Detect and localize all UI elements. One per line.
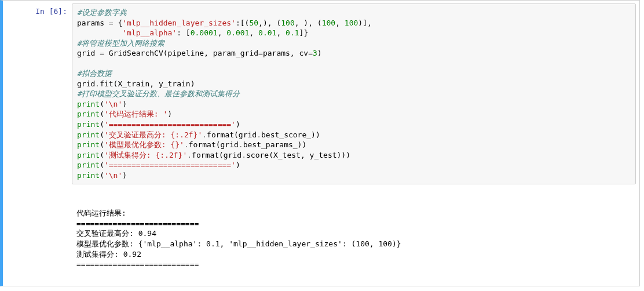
output-line: 测试集得分: 0.92	[76, 250, 141, 259]
code-token: ,	[249, 28, 258, 37]
code-token: ,	[335, 19, 345, 27]
code-token: ,	[276, 28, 286, 37]
code-token: :[(	[236, 19, 249, 27]
code-token: .	[239, 140, 243, 149]
code-token: =	[308, 49, 313, 57]
code-token: params	[77, 19, 109, 27]
code-builtin: print	[77, 110, 100, 118]
code-token: best_score_))	[261, 130, 320, 139]
code-comment: #设定参数字典	[77, 8, 127, 17]
code-token	[77, 28, 122, 37]
code-number: 3	[313, 49, 317, 57]
code-builtin: print	[77, 171, 100, 180]
code-builtin: print	[77, 140, 100, 149]
code-string: '==========================='	[104, 161, 236, 169]
code-string: 'mlp__hidden_layer_sizes'	[122, 19, 236, 27]
code-string: '\n'	[104, 171, 122, 180]
code-token: ]}	[299, 28, 309, 37]
code-token: )	[317, 49, 322, 57]
code-string: 'mlp__alpha'	[122, 28, 177, 37]
code-token: )	[122, 171, 127, 180]
code-number: 50	[249, 19, 258, 27]
code-token: (	[100, 140, 104, 149]
code-string: '交叉验证最高分: {:.2f}'	[104, 130, 202, 139]
code-comment: #将管道模型加入网络搜索	[77, 39, 164, 48]
code-token: .	[187, 151, 192, 159]
notebook-cell: In [6]: #设定参数字典 params = {'mlp__hidden_l…	[0, 0, 640, 286]
code-token: =	[109, 19, 114, 27]
code-token: format(grid	[189, 140, 239, 149]
code-token: score(X_test, y_test)))	[246, 151, 350, 159]
code-builtin: print	[77, 100, 100, 108]
code-token: (	[100, 171, 104, 180]
code-string: '==========================='	[104, 120, 236, 129]
code-string: '测试集得分: {:.2f}'	[104, 151, 187, 159]
code-token: )	[167, 110, 172, 118]
code-token: format(grid	[192, 151, 241, 159]
code-token: GridSearchCV(pipeline, param_grid	[104, 49, 258, 57]
code-token: =	[258, 49, 263, 57]
code-editor[interactable]: #设定参数字典 params = {'mlp__hidden_layer_siz…	[72, 3, 636, 184]
code-token: )	[236, 120, 240, 129]
code-string: '模型最优化参数: {}'	[104, 140, 184, 149]
output-line: ===========================	[76, 260, 199, 268]
code-token: (	[100, 130, 104, 139]
output-line: ===========================	[76, 219, 199, 228]
code-string: '代码运行结果: '	[104, 110, 167, 118]
code-number: 0.01	[258, 28, 276, 37]
code-token: {	[114, 19, 123, 27]
code-token: )	[122, 100, 127, 108]
output-prompt	[6, 188, 72, 191]
code-number: 100	[322, 19, 335, 27]
code-token: fit(X_train, y_train)	[100, 79, 195, 88]
code-token: params, cv	[263, 49, 308, 57]
code-builtin: print	[77, 151, 100, 159]
code-comment: #拟合数据	[77, 69, 112, 78]
output-line: 交叉验证最高分: 0.94	[76, 229, 156, 238]
code-token: )	[236, 161, 240, 169]
code-token: (	[100, 100, 104, 108]
code-token: best_params_))	[243, 140, 307, 149]
code-number: 100	[281, 19, 294, 27]
code-token: .	[241, 151, 246, 159]
code-token: (	[100, 120, 104, 129]
output-cell: 代码运行结果: =========================== 交叉验证…	[3, 186, 639, 285]
code-token: .	[184, 140, 189, 149]
output-line: 代码运行结果:	[76, 209, 131, 217]
code-token: , ), (	[295, 19, 322, 27]
code-number: 0.1	[286, 28, 299, 37]
input-cell: In [6]: #设定参数字典 params = {'mlp__hidden_l…	[3, 2, 639, 186]
output-line: 模型最优化参数: {'mlp__alpha': 0.1, 'mlp__hidde…	[76, 239, 401, 248]
code-token: .	[257, 130, 261, 139]
code-number: 0.0001	[191, 28, 218, 37]
code-token: ,), (	[258, 19, 281, 27]
code-token: =	[100, 49, 104, 57]
code-number: 100	[345, 19, 358, 27]
code-token: (	[100, 110, 104, 118]
code-token: .	[202, 130, 207, 139]
stdout-output: 代码运行结果: =========================== 交叉验证…	[72, 188, 636, 283]
input-prompt: In [6]:	[6, 3, 72, 17]
code-token: .	[95, 79, 100, 88]
code-number: 0.001	[226, 28, 249, 37]
code-token: (	[100, 151, 104, 159]
code-string: '\n'	[104, 100, 122, 108]
code-token: grid	[77, 79, 95, 88]
code-builtin: print	[77, 161, 100, 169]
code-token: grid	[77, 49, 100, 57]
code-token: (	[100, 161, 104, 169]
code-token: format(grid	[207, 130, 257, 139]
code-token: )],	[358, 19, 371, 27]
code-comment: #打印模型交叉验证分数、最佳参数和测试集得分	[77, 89, 240, 98]
code-token: ,	[218, 28, 227, 37]
code-token: : [	[177, 28, 190, 37]
code-builtin: print	[77, 130, 100, 139]
code-builtin: print	[77, 120, 100, 129]
